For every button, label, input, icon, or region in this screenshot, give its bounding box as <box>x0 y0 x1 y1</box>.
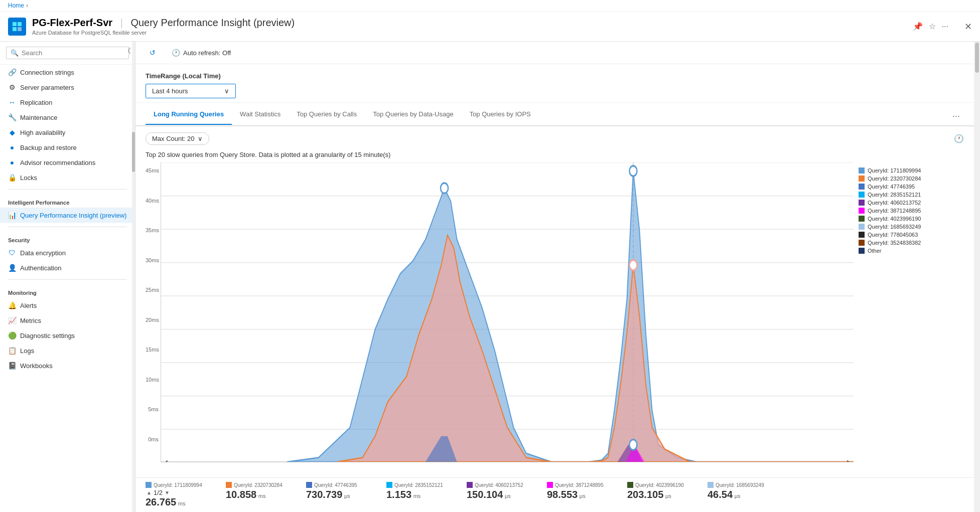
stat-q1-nav: ▲ 1/2 ▼ <box>146 489 216 496</box>
sidebar-item-replication[interactable]: ↔ Replication <box>0 95 135 110</box>
stat-q8-unit: μs <box>735 493 741 499</box>
sidebar-collapse-btn[interactable]: 《 <box>124 47 131 56</box>
sidebar-item-workbooks[interactable]: 📓 Workbooks <box>0 358 135 373</box>
legend-label-q1: QueryId: 1711809994 <box>868 167 921 174</box>
more-icon[interactable]: ··· <box>942 22 948 31</box>
stat-q2-color <box>226 482 232 488</box>
sidebar-item-label: Data encryption <box>20 249 66 257</box>
maintenance-icon: 🔧 <box>8 113 16 121</box>
sidebar-item-label: Diagnostic settings <box>20 332 75 339</box>
content-scrollbar[interactable] <box>974 42 980 512</box>
tab-top-data[interactable]: Top Queries by Data-Usage <box>365 104 461 125</box>
security-section: Security <box>0 231 135 245</box>
sidebar-search-box[interactable]: 🔍 <box>6 47 129 59</box>
sidebar-item-logs[interactable]: 📋 Logs <box>0 343 135 358</box>
close-icon[interactable]: ✕ <box>964 21 972 32</box>
sidebar-scrollbar[interactable] <box>132 42 135 512</box>
stat-q2-value: 10.858 <box>226 489 256 500</box>
stat-q7: QueryId: 4023996190 203.105 μs <box>627 482 697 500</box>
legend-item-q8: QueryId: 1685693249 <box>859 224 959 230</box>
stat-q6-unit: μs <box>580 493 586 499</box>
legend-color-q9 <box>859 232 865 238</box>
legend-color-q6 <box>859 208 865 214</box>
stat-q6-value-container: 98.553 μs <box>547 489 617 500</box>
sidebar-item-query-perf[interactable]: 📊 Query Performance Insight (preview) <box>0 208 135 223</box>
stat-q3-label: QueryId: 47746395 <box>314 482 357 488</box>
content-scrollbar-thumb[interactable] <box>975 43 979 73</box>
legend-label-q8: QueryId: 1685693249 <box>868 224 921 230</box>
stat-q5-label: QueryId: 4060213752 <box>475 482 523 488</box>
tab-wait-statistics[interactable]: Wait Statistics <box>232 104 289 125</box>
sidebar-item-label: Server parameters <box>20 84 74 91</box>
stat-q8-color <box>708 482 714 488</box>
legend-item-q9: QueryId: 778045063 <box>859 232 959 238</box>
y-label-15: 15ms <box>146 347 159 353</box>
chart-title: Top 20 slow queries from Query Store. Da… <box>135 149 974 162</box>
sidebar-scrollbar-thumb[interactable] <box>132 132 135 172</box>
stat-q7-header: QueryId: 4023996190 <box>627 482 697 488</box>
stat-q7-value: 203.105 <box>627 489 663 500</box>
stat-q4-unit: ms <box>413 493 421 499</box>
legend-label-q5: QueryId: 4060213752 <box>868 200 921 206</box>
tabs-more[interactable]: ... <box>948 103 964 125</box>
sidebar-item-authentication[interactable]: 👤 Authentication <box>0 260 135 275</box>
search-input[interactable] <box>22 49 124 57</box>
tab-long-running[interactable]: Long Running Queries <box>146 104 232 125</box>
svg-point-22 <box>629 260 637 270</box>
sidebar-item-backup-restore[interactable]: ● Backup and restore <box>0 140 135 155</box>
stat-q3-header: QueryId: 47746395 <box>306 482 376 488</box>
time-range-select[interactable]: Last 4 hours ∨ <box>146 84 236 98</box>
stat-q1-value: 26.765 <box>146 496 176 507</box>
backup-restore-icon: ● <box>8 143 16 151</box>
max-count-label: Max Count: 20 <box>152 135 195 142</box>
legend-label-q9: QueryId: 778045063 <box>868 232 918 238</box>
sidebar-item-data-encryption[interactable]: 🛡 Data encryption <box>0 245 135 260</box>
sidebar-item-locks[interactable]: 🔒 Locks <box>0 170 135 185</box>
locks-icon: 🔒 <box>8 174 16 182</box>
tab-top-calls[interactable]: Top Queries by Calls <box>289 104 365 125</box>
sidebar-item-alerts[interactable]: 🔔 Alerts <box>0 298 135 313</box>
stat-q1-label: QueryId: 1711809994 <box>154 482 202 488</box>
refresh-button[interactable]: ↺ <box>146 47 160 59</box>
sidebar-item-metrics[interactable]: 📈 Metrics <box>0 313 135 328</box>
sidebar-item-server-parameters[interactable]: ⚙ Server parameters <box>0 80 135 95</box>
stat-q1-up[interactable]: ▲ <box>146 490 153 495</box>
sidebar-item-label: High availability <box>20 129 65 136</box>
stat-q8-value: 46.54 <box>708 489 733 500</box>
stat-q4-label: QueryId: 2835152121 <box>394 482 443 488</box>
authentication-icon: 👤 <box>8 264 16 272</box>
max-count-button[interactable]: Max Count: 20 ∨ <box>146 132 209 145</box>
svg-marker-15 <box>287 171 854 462</box>
sidebar-item-advisor[interactable]: ● Advisor recommendations <box>0 155 135 170</box>
diagnostic-settings-icon: 🟢 <box>8 331 16 339</box>
time-range-section: TimeRange (Local Time) Last 4 hours ∨ <box>135 64 974 103</box>
legend-label-q7: QueryId: 4023996190 <box>868 216 921 222</box>
star-icon[interactable]: ☆ <box>929 22 936 31</box>
subtitle: Azure Database for PostgreSQL flexible s… <box>32 30 913 36</box>
chart-history-button[interactable]: 🕐 <box>954 134 964 143</box>
breadcrumb-home[interactable]: Home <box>8 2 24 9</box>
y-label-20: 20ms <box>146 317 159 323</box>
legend-item-q4: QueryId: 2835152121 <box>859 192 959 198</box>
stat-q2-label: QueryId: 2320730284 <box>234 482 283 488</box>
legend-label-q3: QueryId: 47746395 <box>868 184 915 190</box>
legend-item-q3: QueryId: 47746395 <box>859 184 959 190</box>
sidebar-item-high-availability[interactable]: ◆ High availability <box>0 125 135 140</box>
auto-refresh-button[interactable]: 🕐 Auto refresh: Off <box>168 47 235 59</box>
stat-q1-down[interactable]: ▼ <box>164 490 171 495</box>
stat-q3-value: 730.739 <box>306 489 342 500</box>
clock-icon: 🕐 <box>172 49 180 57</box>
sidebar-item-connection-strings[interactable]: 🔗 Connection strings <box>0 65 135 80</box>
stat-q3-value-container: 730.739 μs <box>306 489 376 500</box>
stat-q1-nav-text: 1/2 <box>154 489 163 496</box>
y-label-10: 10ms <box>146 377 159 383</box>
sidebar-item-maintenance[interactable]: 🔧 Maintenance <box>0 110 135 125</box>
pin-icon[interactable]: 📌 <box>913 22 923 31</box>
legend-item-q1: QueryId: 1711809994 <box>859 167 959 174</box>
toolbar: ↺ 🕐 Auto refresh: Off <box>135 42 974 64</box>
tab-top-iops[interactable]: Top Queries by IOPS <box>462 104 539 125</box>
sidebar-item-diagnostic-settings[interactable]: 🟢 Diagnostic settings <box>0 328 135 343</box>
stat-q5-color <box>467 482 473 488</box>
sidebar-item-label: Backup and restore <box>20 144 77 151</box>
stat-q1-unit: ms <box>178 500 186 506</box>
